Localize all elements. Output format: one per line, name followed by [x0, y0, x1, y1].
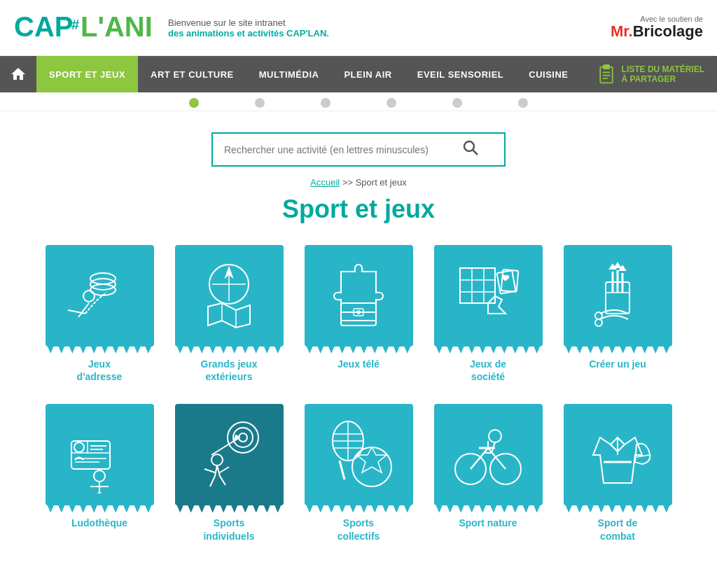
svg-line-67: [340, 461, 344, 479]
svg-rect-22: [341, 303, 376, 326]
breadcrumb-separator: >>: [342, 177, 356, 188]
svg-point-61: [211, 454, 223, 465]
search-area: [0, 132, 717, 167]
list-materiel-button[interactable]: LISTE DU MATÉRIEL À PARTAGER: [584, 56, 717, 92]
nav-item-art[interactable]: ART ET CULTURE: [138, 56, 246, 92]
subnav-dot-1[interactable]: [189, 98, 199, 108]
activity-sports-individuels[interactable]: Sportsindividuels: [175, 404, 284, 542]
subnav-dot-4[interactable]: [387, 98, 396, 108]
activity-sport-nature[interactable]: Sport nature: [434, 404, 543, 542]
breadcrumb: Accueil >> Sport et jeux: [0, 177, 717, 188]
svg-marker-38: [615, 263, 620, 267]
sponsor-area: Avec le soutien de Mr.Bricolage: [611, 15, 703, 40]
site-header: CAP # L'ANIM Bienvenue sur le site intra…: [0, 0, 717, 56]
svg-point-51: [94, 470, 105, 482]
subnav-dot-2[interactable]: [255, 98, 265, 108]
activity-grands-jeux[interactable]: Grands jeuxextérieurs: [175, 245, 284, 383]
activity-label: Sport nature: [459, 517, 517, 529]
breadcrumb-current: Sport et jeux: [356, 177, 407, 188]
subnav-dot-3[interactable]: [321, 98, 330, 108]
activity-label: Ludothèque: [71, 517, 127, 529]
search-input[interactable]: [224, 144, 462, 155]
activity-sport-combat[interactable]: Sport decombat: [564, 404, 672, 542]
search-button[interactable]: [462, 139, 479, 160]
activity-label: Grands jeuxextérieurs: [201, 358, 258, 383]
nav-item-pleinair[interactable]: PLEIN AIR: [331, 56, 404, 92]
subnav-dots: [0, 92, 717, 111]
svg-text:#: #: [71, 17, 79, 32]
activity-label: Jeuxd'adresse: [77, 358, 123, 383]
nav-item-sport[interactable]: SPORT ET JEUX: [36, 56, 138, 92]
svg-line-9: [473, 150, 478, 155]
subnav-dot-6[interactable]: [518, 98, 528, 108]
activity-label: Jeux desociété: [470, 358, 506, 383]
activity-label: Créer un jeu: [589, 358, 646, 370]
svg-text:L'ANIM: L'ANIM: [81, 11, 154, 42]
activity-label: Sportscollectifs: [337, 517, 380, 542]
svg-text:CAP: CAP: [14, 11, 73, 42]
activity-label: Jeux télé: [337, 358, 380, 370]
activity-sports-collectifs[interactable]: Sportscollectifs: [305, 404, 413, 542]
site-logo[interactable]: CAP # L'ANIM: [14, 7, 154, 48]
activity-label: Sport decombat: [598, 517, 638, 542]
svg-line-55: [99, 492, 105, 493]
activity-jeux-adresse[interactable]: Jeuxd'adresse: [46, 245, 154, 383]
tagline: Bienvenue sur le site intranet des anima…: [168, 18, 329, 38]
svg-point-42: [595, 319, 602, 326]
svg-point-8: [464, 141, 474, 151]
activity-row-1: Jeuxd'adresse Grands jeuxextérieurs: [0, 245, 717, 383]
main-nav: SPORT ET JEUX ART ET CULTURE MULTIMÉDIA …: [0, 56, 717, 92]
svg-rect-26: [460, 268, 495, 303]
svg-point-56: [228, 422, 258, 453]
activity-row-2: Ludothèque Sportsindividuels: [0, 404, 717, 542]
page-title: Sport et jeux: [0, 195, 717, 224]
list-btn-line2: À PARTAGER: [622, 74, 704, 84]
activity-jeux-societe[interactable]: Jeux desociété: [434, 245, 543, 383]
logo-area: CAP # L'ANIM Bienvenue sur le site intra…: [14, 7, 329, 48]
svg-line-13: [78, 303, 89, 317]
subnav-dot-5[interactable]: [452, 98, 462, 108]
search-container: [211, 132, 506, 167]
svg-marker-60: [234, 435, 239, 441]
svg-rect-4: [603, 65, 609, 69]
activity-label: Sportsindividuels: [203, 517, 254, 542]
activity-ludotheque[interactable]: Ludothèque: [46, 404, 154, 542]
nav-item-multimedia[interactable]: MULTIMÉDIA: [246, 56, 332, 92]
svg-point-76: [489, 430, 501, 442]
nav-home-button[interactable]: [0, 56, 36, 92]
breadcrumb-home-link[interactable]: Accueil: [310, 177, 340, 188]
activity-creer-jeu[interactable]: Créer un jeu: [564, 245, 672, 383]
nav-item-eveil[interactable]: EVEIL SENSORIEL: [405, 56, 517, 92]
activity-jeux-tele[interactable]: Jeux télé: [305, 245, 413, 383]
svg-point-46: [74, 442, 84, 452]
svg-line-54: [94, 492, 99, 493]
svg-point-14: [83, 290, 95, 302]
nav-item-cuisine[interactable]: CUISINE: [516, 56, 580, 92]
list-btn-line1: LISTE DU MATÉRIEL: [622, 64, 704, 74]
